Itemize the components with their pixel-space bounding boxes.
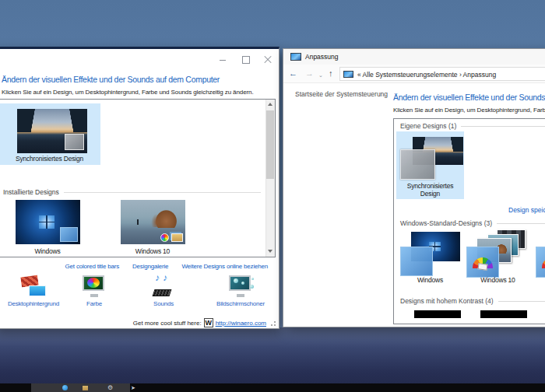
theme-item-windows[interactable]: Windows	[396, 228, 464, 289]
theme-label: Synchronisiertes Design	[399, 182, 462, 198]
theme-thumbnail-beach	[121, 200, 185, 244]
recent-pages-dropdown-icon[interactable]: ⌄	[318, 70, 323, 81]
blue-rect	[29, 285, 46, 296]
scroll-down-icon	[268, 250, 272, 253]
person-silhouette	[137, 219, 139, 225]
group-label: Eigene Designs (1)	[400, 122, 456, 130]
scroll-down-button[interactable]	[265, 247, 275, 257]
theme-thumbnail-sunset	[17, 109, 87, 153]
bubble	[250, 285, 254, 289]
sidebar-item-control-panel-home[interactable]: Startseite der Systemsteuerung	[295, 90, 388, 98]
color-icon	[79, 274, 109, 299]
close-button[interactable]	[263, 55, 272, 64]
group-separator-line	[64, 192, 261, 193]
forward-button[interactable]: →	[305, 68, 314, 79]
desktop-wallpaper-water	[0, 327, 545, 383]
personalization-window: Ändern der visuellen Effekte und der Sou…	[0, 47, 280, 329]
theme-item-synced[interactable]: Synchronisiertes Design	[396, 131, 464, 199]
vertical-scrollbar[interactable]	[265, 100, 275, 257]
taskbar[interactable]: ⚙ ➤	[0, 383, 545, 392]
theme-item-partial[interactable]	[532, 228, 545, 289]
address-bar[interactable]: « Alle Systemsteuerungselemente › Anpass…	[339, 67, 545, 81]
group-label: Windows-Standard-Designs (3)	[400, 219, 492, 227]
scroll-up-icon	[268, 103, 272, 106]
blue-square-overlay	[466, 247, 499, 278]
cursor-taskbar-icon[interactable]: ➤	[131, 385, 136, 390]
paint-blob	[87, 278, 100, 288]
up-button[interactable]: ↑	[329, 68, 333, 79]
gray-square-overlay	[65, 134, 84, 150]
gray-square-overlay	[400, 149, 435, 180]
theme-listbox: Synchronisiertes Design Installierte Des…	[0, 99, 276, 257]
blue-square-overlay	[536, 247, 545, 278]
group-high-contrast: Designs mit hohem Kontrast (4)	[400, 297, 545, 305]
window-controls	[218, 55, 272, 64]
resize-grip[interactable]	[270, 320, 276, 327]
link-design-gallery[interactable]: Designgalerie	[132, 263, 168, 270]
personalization-app-icon	[290, 53, 301, 61]
back-button[interactable]: ←	[289, 68, 297, 79]
speaker-keys	[153, 289, 172, 296]
group-own-designs: Eigene Designs (1)	[400, 122, 545, 130]
photo-stack-icon	[171, 233, 183, 242]
file-explorer-taskbar-icon[interactable]	[83, 386, 88, 390]
maximize-button[interactable]	[241, 55, 250, 64]
settings-taskbar-icon[interactable]: ⚙	[107, 385, 113, 390]
screensaver-icon	[226, 274, 255, 299]
group-installed-designs: Installierte Designs	[3, 188, 261, 196]
monitor-stand	[237, 294, 244, 297]
theme-item-synced[interactable]: Synchronisiertes Design	[0, 103, 100, 165]
page-subtitle: Klicken Sie auf ein Design, um Desktophi…	[393, 107, 545, 114]
group-standard-designs: Windows-Standard-Designs (3)	[400, 219, 545, 227]
page-title: Ändern der visuellen Effekte und der Sou…	[2, 75, 220, 84]
minimize-button[interactable]	[218, 55, 227, 64]
high-contrast-theme-thumbnail[interactable]	[414, 310, 461, 318]
monitor-stand	[90, 294, 98, 297]
breadcrumb[interactable]: « Alle Systemsteuerungselemente › Anpass…	[357, 71, 496, 79]
monitor-screen	[229, 275, 251, 291]
shortcut-sounds[interactable]: ♪ ♪ Sounds	[123, 274, 204, 307]
bubble	[234, 278, 238, 283]
theme-label: Windows 10	[114, 247, 191, 255]
group-label: Designs mit hohem Kontrast (4)	[400, 297, 494, 305]
theme-label: Windows	[9, 247, 86, 255]
scroll-up-button[interactable]	[265, 100, 275, 110]
link-more-designs-online[interactable]: Weitere Designs online beziehen	[181, 263, 268, 270]
desktop: Ändern der visuellen Effekte und der Sou…	[0, 0, 545, 392]
edge-taskbar-icon[interactable]	[62, 385, 68, 390]
color-fan-icon	[473, 257, 493, 268]
desktop-background-icon	[19, 274, 48, 299]
group-label: Installierte Designs	[3, 188, 59, 196]
color-fan-icon	[542, 257, 545, 268]
winaero-link[interactable]: http://winaero.com	[216, 320, 266, 327]
theme-item-windows10[interactable]: Windows 10	[464, 228, 532, 289]
theme-item-windows[interactable]: Windows	[9, 200, 86, 255]
music-note-icon: ♪	[155, 272, 160, 283]
winaero-logo-icon: W	[204, 318, 213, 327]
group-separator-line	[498, 301, 545, 302]
theme-listbox: Eigene Designs (1) Synchronisiertes Desi…	[393, 118, 545, 324]
shortcut-screensaver[interactable]: Bildschirmschoner	[200, 274, 281, 307]
sounds-icon: ♪ ♪	[149, 274, 178, 299]
bubble	[251, 278, 254, 280]
scrollbar-thumb[interactable]	[266, 110, 274, 179]
blue-square-overlay	[400, 247, 433, 276]
taskbar-active-segment	[31, 383, 130, 392]
anpassung-window: Anpassung ← → ⌄ ↑ « Alle Systemsteuerung…	[283, 48, 545, 327]
control-panel-icon	[343, 71, 353, 78]
group-separator-line	[497, 223, 545, 224]
theme-label: Windows 10	[464, 276, 532, 284]
save-theme-link[interactable]: Design speichern	[508, 206, 545, 214]
page-title: Ändern der visuellen Effekte und der Sou…	[393, 93, 545, 102]
high-contrast-theme-thumbnail[interactable]	[480, 310, 527, 318]
shortcut-label: Bildschirmschoner	[200, 300, 281, 307]
theme-item-windows10[interactable]: Windows 10	[114, 200, 191, 255]
window-title: Anpassung	[305, 53, 339, 61]
theme-label: Windows	[396, 276, 464, 284]
shortcut-label: Sounds	[123, 300, 204, 307]
winaero-footer: Get more cool stuff here: W http://winae…	[133, 318, 266, 327]
title-bar[interactable]: Anpassung	[283, 49, 545, 65]
link-colored-title-bars[interactable]: Get colored title bars	[65, 263, 119, 270]
blue-square-overlay	[60, 227, 78, 242]
color-wheel-icon	[160, 233, 169, 242]
